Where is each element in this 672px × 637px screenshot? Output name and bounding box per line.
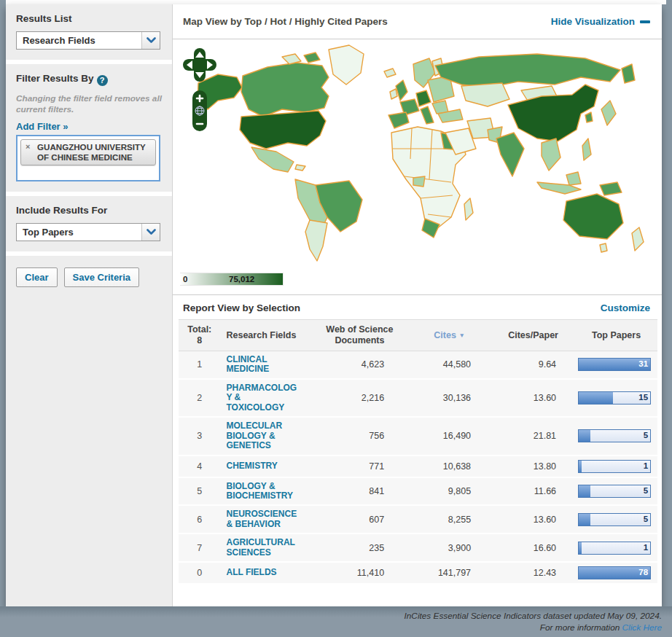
map-view-title: Map View by Top / Hot / Highly Cited Pap… <box>183 16 388 27</box>
country-south-korea <box>585 112 593 122</box>
results-list-heading: Results List <box>16 13 162 24</box>
col-header-wos-documents: Web of Science Documents <box>312 320 407 351</box>
cites-per-paper-cell: 12.43 <box>491 562 575 584</box>
map-zoom-control[interactable] <box>192 90 207 131</box>
rank-cell: 3 <box>179 417 220 455</box>
remove-chip-icon[interactable]: × <box>26 142 30 151</box>
top-papers-bar[interactable]: 15 <box>578 391 651 405</box>
customize-link[interactable]: Customize <box>601 302 650 313</box>
country-cuba <box>295 165 305 171</box>
report-view-title: Report View by Selection <box>183 302 300 313</box>
country-new-zealand <box>632 227 644 251</box>
table-row: 0 ALL FIELDS 11,410 141,797 12.43 78 <box>179 562 657 584</box>
country-india <box>496 133 524 176</box>
hide-visualization-link[interactable]: Hide Visualization <box>551 16 650 27</box>
include-results-selected-value: Top Papers <box>17 224 141 241</box>
top-papers-bar[interactable]: 1 <box>578 460 651 473</box>
country-borneo <box>566 172 581 185</box>
bar-fill <box>579 392 613 404</box>
chevron-down-icon[interactable] <box>141 224 160 241</box>
russia-far-east <box>622 64 635 83</box>
table-row: 7 AGRICULTURAL SCIENCES 235 3,900 16.60 … <box>179 534 657 562</box>
results-list-select[interactable]: Research Fields <box>16 31 160 50</box>
top-papers-bar[interactable]: 5 <box>578 485 651 498</box>
country-germany <box>416 90 431 106</box>
bar-value-label: 31 <box>638 359 648 369</box>
table-row: 4 CHEMISTRY 771 10,638 13.80 1 <box>179 456 657 477</box>
legend-max-value: 75,012 <box>229 275 254 284</box>
cites-per-paper-cell: 21.81 <box>491 417 575 455</box>
legend-min-value: 0 <box>183 275 187 284</box>
research-field-link[interactable]: PHARMACOLOGY & TOXICOLOGY <box>226 383 297 413</box>
research-field-link[interactable]: CHEMISTRY <box>226 461 297 471</box>
results-list-selected-value: Research Fields <box>17 32 141 49</box>
rank-cell: 1 <box>179 351 220 379</box>
help-icon[interactable]: ? <box>97 75 108 86</box>
top-papers-cell: 5 <box>575 417 657 455</box>
report-table: Total:8 Research Fields Web of Science D… <box>179 319 657 585</box>
include-results-select[interactable]: Top Papers <box>16 223 160 241</box>
research-field-link[interactable]: NEUROSCIENCE & BEHAVIOR <box>226 509 297 529</box>
rank-cell: 5 <box>179 477 220 506</box>
top-papers-bar[interactable]: 5 <box>578 429 651 442</box>
map-legend: 0 75,012 <box>180 273 284 286</box>
research-field-link[interactable]: AGRICULTURAL SCIENCES <box>226 538 297 558</box>
country-argentina <box>305 220 327 261</box>
top-papers-bar[interactable]: 5 <box>578 513 651 526</box>
col-header-cites[interactable]: Cites ▼ <box>407 320 491 351</box>
clear-button[interactable]: Clear <box>16 267 58 287</box>
docs-cell: 2,216 <box>312 379 407 417</box>
top-papers-bar[interactable]: 1 <box>578 542 651 555</box>
sort-descending-icon: ▼ <box>458 332 464 339</box>
country-mexico <box>251 147 294 172</box>
world-choropleth-map[interactable] <box>173 39 662 271</box>
save-criteria-button[interactable]: Save Criteria <box>64 267 140 287</box>
top-papers-cell: 5 <box>575 477 657 506</box>
table-row: 3 MOLECULAR BIOLOGY & GENETICS 756 16,49… <box>179 417 657 455</box>
bar-fill <box>579 430 590 442</box>
add-filter-link[interactable]: Add Filter » <box>16 121 69 132</box>
field-cell: PHARMACOLOGY & TOXICOLOGY <box>220 379 311 417</box>
map-pan-control[interactable] <box>183 48 216 82</box>
top-papers-cell: 1 <box>575 456 657 477</box>
chevron-down-icon[interactable] <box>141 32 160 49</box>
click-here-link[interactable]: Click Here <box>622 622 662 633</box>
research-field-link[interactable]: MOLECULAR BIOLOGY & GENETICS <box>226 421 297 450</box>
country-greenland <box>329 45 364 85</box>
docs-cell: 11,410 <box>312 562 407 584</box>
top-papers-bar[interactable]: 31 <box>578 358 651 371</box>
rank-cell: 4 <box>179 456 220 477</box>
table-row: 6 NEUROSCIENCE & BEHAVIOR 607 8,255 13.6… <box>179 505 657 534</box>
research-field-link[interactable]: ALL FIELDS <box>226 568 297 577</box>
country-italy <box>421 106 434 124</box>
col-header-research-fields: Research Fields <box>220 320 311 351</box>
cites-per-paper-cell: 16.60 <box>491 534 575 562</box>
research-field-link[interactable]: BIOLOGY & BIOCHEMISTRY <box>226 482 297 501</box>
cites-cell: 44,580 <box>407 351 491 379</box>
top-papers-cell: 5 <box>575 505 657 534</box>
field-cell: AGRICULTURAL SCIENCES <box>220 534 311 562</box>
cites-per-paper-cell: 13.60 <box>491 379 575 417</box>
top-papers-bar[interactable]: 78 <box>578 566 651 579</box>
country-new-guinea <box>600 182 622 195</box>
country-madagascar <box>464 198 473 220</box>
include-results-heading: Include Results For <box>16 205 162 216</box>
cites-per-paper-cell: 13.80 <box>491 456 575 477</box>
field-cell: NEUROSCIENCE & BEHAVIOR <box>220 505 311 534</box>
country-kazakhstan <box>461 83 509 106</box>
filter-chip: × GUANGZHOU UNIVERSITY OF CHINESE MEDICI… <box>20 139 156 165</box>
bar-value-label: 1 <box>644 461 648 471</box>
cites-cell: 3,900 <box>407 534 491 562</box>
cites-per-paper-cell: 13.60 <box>491 505 575 534</box>
bar-value-label: 15 <box>638 393 648 402</box>
field-cell: CHEMISTRY <box>220 456 311 477</box>
top-papers-cell: 78 <box>575 562 657 584</box>
country-uk <box>396 80 407 101</box>
collapse-minus-icon <box>640 20 650 23</box>
arctic-islands <box>304 52 320 63</box>
region-indochina <box>542 138 560 171</box>
bar-value-label: 1 <box>644 543 648 552</box>
filter-box[interactable]: × GUANGZHOU UNIVERSITY OF CHINESE MEDICI… <box>16 135 160 181</box>
research-field-link[interactable]: CLINICAL MEDICINE <box>226 355 297 375</box>
docs-cell: 771 <box>312 456 407 477</box>
